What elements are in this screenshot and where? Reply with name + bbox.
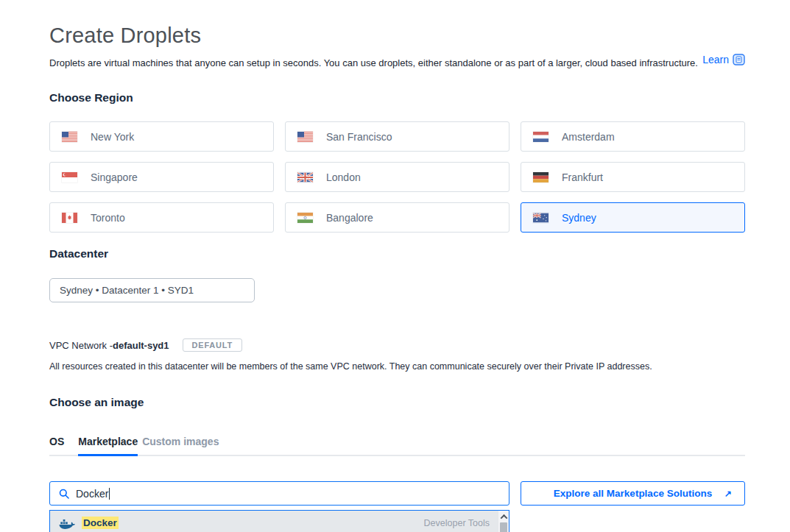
search-result-content: Docker Developer Tools An open platform … [82,517,490,532]
region-card-frankfurt[interactable]: Frankfurt [521,162,745,192]
datacenter-selected-value: Sydney • Datacenter 1 • SYD1 [60,285,194,296]
page-subtitle: Droplets are virtual machines that anyon… [49,57,745,68]
vpc-network-label: VPC Network - [49,340,113,351]
search-icon [59,489,69,499]
region-card-new-york[interactable]: New York [49,121,274,152]
explore-marketplace-button[interactable]: Explore all Marketplace Solutions ↗ [521,481,745,506]
uk-flag-icon [297,172,313,182]
tab-custom-images[interactable]: Custom images [142,436,219,456]
ca-flag-icon [62,213,77,223]
region-label: Toronto [91,212,125,224]
marketplace-search-input[interactable]: Docker [49,481,509,506]
vpc-description: All resources created in this datacenter… [49,361,745,372]
choose-region-heading: Choose Region [49,91,745,104]
us-flag-icon [62,132,77,142]
nl-flag-icon [533,132,549,142]
result-title: Docker [82,517,119,528]
choose-image-heading: Choose an image [49,396,745,409]
tab-os[interactable]: OS [49,436,64,456]
result-category: Developer Tools [424,518,490,528]
learn-docs-icon [733,54,745,65]
learn-link-label: Learn [702,54,729,65]
scrollbar-up-arrow-icon[interactable] [498,511,509,522]
datacenter-heading: Datacenter [49,247,745,260]
dropdown-scrollbar[interactable] [498,511,509,532]
region-label: Frankfurt [562,171,603,183]
image-tabs: OS Marketplace Custom images [49,436,745,456]
region-label: Bangalore [326,212,373,224]
region-label: Singapore [91,171,138,183]
docker-whale-icon [59,519,75,531]
region-card-toronto[interactable]: Toronto [49,202,274,233]
page-title: Create Droplets [49,24,745,48]
tab-marketplace[interactable]: Marketplace [78,436,138,456]
highlighted-match: Docker [82,517,119,529]
explore-marketplace-label: Explore all Marketplace Solutions [554,488,712,499]
region-label: New York [91,131,134,143]
marketplace-search-row: Docker Explore all Marketplace Solutions… [49,481,745,506]
create-droplets-page: Create Droplets Learn Droplets are virtu… [0,24,790,532]
datacenter-select[interactable]: Sydney • Datacenter 1 • SYD1 [49,278,255,302]
vpc-default-badge: DEFAULT [183,338,243,352]
search-input-value: Docker [76,488,108,500]
learn-link[interactable]: Learn [702,54,745,65]
region-card-bangalore[interactable]: Bangalore [285,202,509,233]
region-label: San Francisco [326,131,392,143]
region-card-amsterdam[interactable]: Amsterdam [521,121,745,152]
au-flag-icon [533,213,549,223]
us-flag-icon [297,132,313,142]
region-card-london[interactable]: London [285,162,509,192]
external-arrow-icon: ↗ [724,489,732,499]
sg-flag-icon [62,172,77,182]
search-result-docker[interactable]: Docker Developer Tools An open platform … [50,511,509,532]
in-flag-icon [297,213,313,223]
region-card-san-francisco[interactable]: San Francisco [285,121,509,152]
de-flag-icon [533,172,549,182]
search-results-dropdown: Docker Developer Tools An open platform … [49,510,509,532]
vpc-network-name: default-syd1 [113,340,169,351]
region-label: Sydney [562,212,596,224]
region-card-sydney[interactable]: Sydney [521,202,745,233]
region-card-singapore[interactable]: Singapore [49,162,274,192]
text-cursor [109,488,110,500]
region-label: Amsterdam [562,131,615,143]
scrollbar-thumb[interactable] [500,522,507,532]
region-label: London [326,171,361,183]
vpc-network-row: VPC Network - default-syd1 DEFAULT [49,338,745,352]
region-grid: New York San Francisco Amsterdam Singapo… [49,121,745,233]
